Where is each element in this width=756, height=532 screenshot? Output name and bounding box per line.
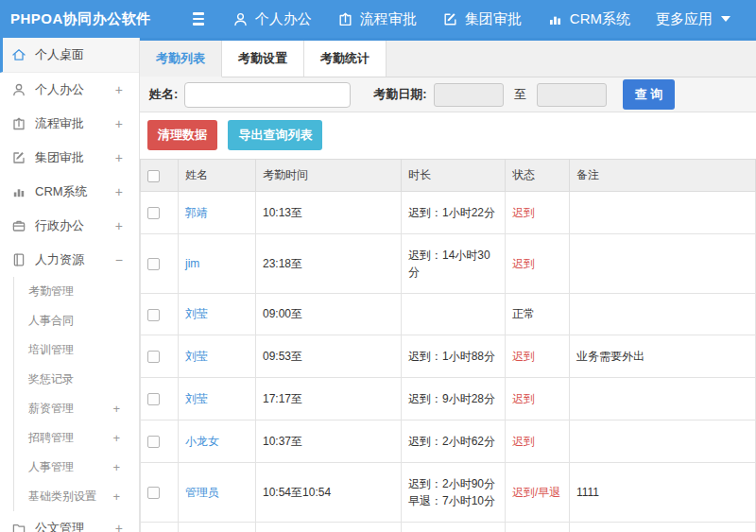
expand-icon[interactable]: +	[115, 522, 129, 532]
sidebar-item-6[interactable]: 人力资源−	[0, 243, 139, 277]
tab-0[interactable]: 考勤列表	[140, 41, 222, 77]
employee-name-link[interactable]: 郭靖	[185, 206, 208, 219]
topnav-item-4[interactable]: 更多应用	[656, 10, 730, 28]
topnav-item-3[interactable]: CRM系统	[547, 10, 630, 28]
table-row: 郭靖10:13至迟到：1小时22分迟到	[141, 192, 756, 234]
sidebar-item-label: 个人办公	[35, 81, 84, 98]
action-bar: 清理数据 导出查询列表	[140, 112, 756, 159]
tab-1[interactable]: 考勤设置	[222, 41, 304, 77]
row-checkbox[interactable]	[147, 393, 160, 405]
submenu-item-label: 基础类别设置	[28, 489, 96, 505]
expand-icon[interactable]: +	[112, 490, 129, 504]
sidebar-item-4[interactable]: CRM系统+	[0, 175, 139, 209]
duration-cell: 迟到：56分	[402, 523, 506, 532]
row-checkbox-cell	[141, 335, 179, 378]
duration-cell: 迟到：9小时28分	[402, 378, 506, 420]
name-cell: 管理员	[179, 463, 256, 523]
topnav-item-2[interactable]: 集团审批	[442, 10, 522, 28]
column-header: 备注	[570, 160, 756, 192]
submenu-item-0[interactable]: 考勤管理	[14, 277, 139, 306]
topnav-label: 更多应用	[656, 10, 713, 28]
status-cell: 迟到/早退	[506, 463, 570, 523]
expand-icon[interactable]: +	[112, 432, 129, 445]
row-checkbox[interactable]	[147, 309, 160, 321]
row-checkbox[interactable]	[147, 436, 160, 448]
duration-cell	[402, 294, 506, 335]
expand-icon[interactable]: +	[115, 151, 129, 164]
row-checkbox[interactable]	[147, 258, 160, 270]
row-checkbox[interactable]	[147, 351, 160, 363]
submenu-item-7[interactable]: 基础类别设置+	[14, 482, 139, 511]
submenu-item-3[interactable]: 奖惩记录	[14, 365, 139, 394]
chart-icon	[547, 11, 563, 27]
sidebar-item-5[interactable]: 行政办公+	[0, 209, 139, 243]
employee-name-link[interactable]: jim	[185, 257, 199, 270]
to-label: 至	[514, 86, 526, 103]
submenu-item-5[interactable]: 招聘管理+	[14, 423, 139, 453]
row-checkbox-cell	[141, 234, 179, 294]
submenu-item-1[interactable]: 人事合同	[14, 306, 139, 335]
row-checkbox[interactable]	[147, 487, 160, 499]
submenu-item-4[interactable]: 薪资管理+	[14, 394, 139, 423]
employee-name-link[interactable]: 刘莹	[185, 350, 208, 363]
name-cell: 郭靖	[179, 192, 256, 234]
employee-name-link[interactable]: 管理员	[185, 486, 219, 499]
date-from-input[interactable]	[434, 83, 504, 107]
submenu-item-6[interactable]: 人事管理+	[14, 453, 139, 482]
hamburger-icon[interactable]	[193, 12, 204, 26]
edit-icon	[11, 150, 26, 165]
employee-name-link[interactable]: 刘莹	[185, 392, 208, 405]
export-list-button[interactable]: 导出查询列表	[228, 120, 322, 150]
edit-icon	[442, 11, 458, 27]
main-content: 考勤列表考勤设置考勤统计 姓名: 考勤日期: 至 查 询 清理数据 导出查询列表…	[140, 38, 756, 532]
expand-icon[interactable]: +	[115, 185, 129, 198]
row-checkbox[interactable]	[147, 207, 160, 219]
collapse-icon[interactable]: −	[115, 253, 129, 266]
topnav-item-0[interactable]: 个人办公	[232, 10, 312, 28]
remark-cell	[570, 420, 756, 463]
user-icon	[232, 11, 249, 27]
filter-bar: 姓名: 考勤日期: 至 查 询	[140, 77, 756, 112]
table-row: 刘莹17:17至迟到：9小时28分迟到	[141, 378, 756, 420]
sidebar-item-3[interactable]: 集团审批+	[0, 141, 139, 175]
expand-icon[interactable]: +	[115, 83, 129, 96]
status-cell: 迟到	[506, 420, 570, 463]
attendance-table: 姓名考勤时间时长状态备注 郭靖10:13至迟到：1小时22分迟到jim23:18…	[140, 159, 756, 532]
duration-cell: 迟到：2小时90分 早退：7小时10分	[402, 463, 506, 523]
name-cell: jim	[179, 234, 256, 294]
sidebar-item-label: 人力资源	[35, 251, 84, 268]
submenu-item-label: 薪资管理	[28, 401, 74, 417]
duration-cell: 迟到：2小时62分	[402, 420, 506, 463]
row-checkbox-cell	[141, 463, 179, 523]
expand-icon[interactable]: +	[115, 117, 129, 130]
submenu-item-label: 招聘管理	[28, 430, 74, 446]
employee-name-link[interactable]: 小龙女	[185, 435, 219, 448]
column-header: 考勤时间	[256, 160, 402, 192]
time-cell: 09:53至	[256, 335, 402, 378]
date-to-input[interactable]	[537, 83, 607, 107]
clean-data-button[interactable]: 清理数据	[147, 120, 217, 150]
select-all-checkbox[interactable]	[147, 170, 160, 182]
sidebar-item-2[interactable]: 流程审批+	[0, 107, 139, 141]
time-cell: 08:56至	[256, 523, 402, 532]
expand-icon[interactable]: +	[112, 461, 129, 474]
flow-icon	[337, 11, 353, 27]
topnav-item-1[interactable]: 流程审批	[337, 10, 417, 28]
sidebar-item-1[interactable]: 个人办公+	[0, 73, 139, 107]
topnav-label: CRM系统	[570, 10, 630, 28]
duration-cell: 迟到：14小时30分	[402, 234, 506, 294]
employee-name-link[interactable]: 刘莹	[185, 307, 208, 320]
submenu-item-2[interactable]: 培训管理	[14, 335, 139, 365]
sidebar-item-0[interactable]: 个人桌面	[0, 38, 139, 73]
expand-icon[interactable]: +	[112, 403, 129, 416]
tab-2[interactable]: 考勤统计	[304, 41, 387, 77]
time-cell: 10:37至	[256, 420, 402, 463]
sidebar-item-7[interactable]: 公文管理+	[0, 511, 139, 532]
name-input[interactable]	[184, 82, 351, 108]
time-cell: 10:54至10:54	[256, 463, 402, 523]
search-button[interactable]: 查 询	[623, 79, 676, 110]
topnav-label: 个人办公	[255, 10, 312, 28]
column-header: 状态	[506, 160, 570, 192]
expand-icon[interactable]: +	[115, 219, 129, 232]
name-label: 姓名:	[149, 86, 178, 103]
